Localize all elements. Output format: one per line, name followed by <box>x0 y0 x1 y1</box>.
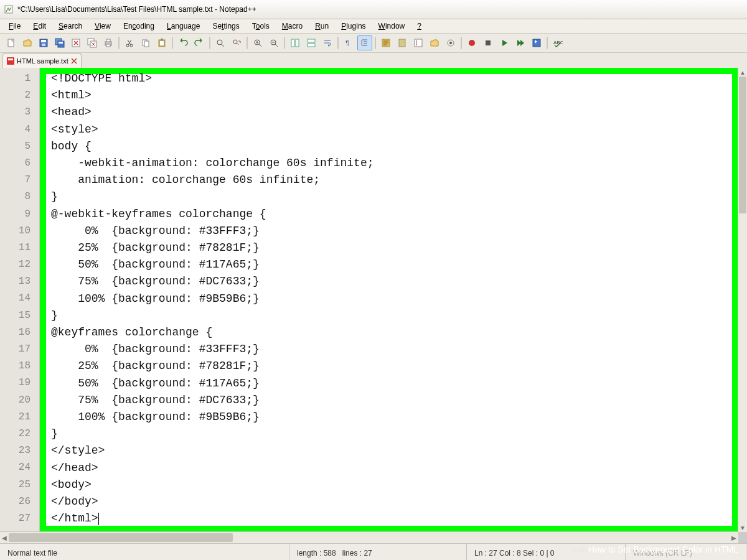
tab-label: HTML sample.txt <box>17 57 68 65</box>
menu-search[interactable]: Search <box>54 21 87 32</box>
svg-rect-40 <box>533 39 540 47</box>
sync-h-icon[interactable] <box>304 35 319 50</box>
folder-icon[interactable] <box>427 35 442 50</box>
wrap-icon[interactable] <box>320 35 335 50</box>
menu-edit[interactable]: Edit <box>28 21 51 32</box>
zoom-out-icon[interactable] <box>266 35 281 50</box>
close-all-icon[interactable] <box>85 35 100 50</box>
toolbar: ¶ ABC <box>0 34 747 53</box>
svg-point-21 <box>217 40 222 45</box>
menu-file[interactable]: File <box>4 21 26 32</box>
separator <box>118 37 120 49</box>
show-all-chars-icon[interactable]: ¶ <box>341 35 356 50</box>
svg-rect-43 <box>8 58 13 60</box>
menu-help[interactable]: ? <box>412 21 426 32</box>
close-icon[interactable] <box>68 35 83 50</box>
stop-icon[interactable] <box>481 35 496 50</box>
tabbar: HTML sample.txt <box>0 53 747 68</box>
find-icon[interactable] <box>213 35 228 50</box>
replace-icon[interactable] <box>229 35 244 50</box>
scroll-left-icon[interactable]: ◀ <box>0 532 9 543</box>
svg-rect-3 <box>41 40 46 42</box>
svg-rect-7 <box>59 42 63 44</box>
open-file-icon[interactable] <box>20 35 35 50</box>
tab-close-icon[interactable] <box>71 58 77 64</box>
separator <box>375 37 376 49</box>
svg-point-37 <box>449 42 452 44</box>
separator <box>461 37 462 49</box>
scroll-down-icon[interactable]: ▼ <box>738 523 747 532</box>
watermark: wikiHow to Set Background Color in HTML <box>571 544 738 554</box>
svg-rect-4 <box>42 44 45 46</box>
scroll-up-icon[interactable]: ▲ <box>738 68 747 77</box>
save-all-icon[interactable] <box>52 35 67 50</box>
svg-rect-42 <box>7 57 14 65</box>
new-file-icon[interactable] <box>4 35 19 50</box>
svg-rect-31 <box>399 39 405 47</box>
menu-window[interactable]: Window <box>374 21 410 32</box>
line-number-gutter: 1234567891011121314151617181920212223242… <box>0 68 40 532</box>
sync-v-icon[interactable] <box>288 35 303 50</box>
separator <box>284 37 285 49</box>
separator <box>547 37 548 49</box>
udl-icon[interactable] <box>378 35 393 50</box>
menu-encoding[interactable]: Encoding <box>118 21 159 32</box>
indent-guide-icon[interactable] <box>357 35 372 50</box>
spellcheck-icon[interactable]: ABC <box>550 35 565 50</box>
editor-area: 1234567891011121314151617181920212223242… <box>0 68 747 543</box>
svg-point-33 <box>416 40 417 42</box>
save-macro-icon[interactable] <box>529 35 544 50</box>
status-file-type: Normal text file <box>0 544 289 560</box>
svg-rect-19 <box>160 41 164 45</box>
vertical-scrollbar[interactable]: ▲ ▼ <box>738 68 747 532</box>
menu-tools[interactable]: Tools <box>247 21 275 32</box>
menu-macro[interactable]: Macro <box>277 21 308 32</box>
scroll-thumb[interactable] <box>739 77 746 213</box>
svg-text:¶: ¶ <box>345 39 349 47</box>
svg-rect-26 <box>296 39 299 47</box>
unsaved-icon <box>7 57 14 65</box>
undo-icon[interactable] <box>176 35 190 50</box>
svg-rect-28 <box>308 44 315 47</box>
menubar: File Edit Search View Encoding Language … <box>0 19 747 34</box>
menu-plugins[interactable]: Plugins <box>336 21 370 32</box>
copy-icon[interactable] <box>138 35 153 50</box>
titlebar: *C:\Users\Lisa\Documents\Lisa\Test Files… <box>0 0 747 19</box>
svg-point-38 <box>469 40 475 46</box>
status-length: length : 588 lines : 27 <box>289 544 467 560</box>
separator <box>247 37 248 49</box>
svg-rect-17 <box>144 41 149 47</box>
svg-rect-25 <box>291 39 294 47</box>
cut-icon[interactable] <box>122 35 137 50</box>
svg-rect-32 <box>415 39 422 47</box>
print-icon[interactable] <box>101 35 116 50</box>
play-multi-icon[interactable] <box>513 35 528 50</box>
separator <box>172 37 173 49</box>
window-title: *C:\Users\Lisa\Documents\Lisa\Test Files… <box>17 5 256 14</box>
tab-html-sample[interactable]: HTML sample.txt <box>2 54 82 68</box>
record-icon[interactable] <box>464 35 479 50</box>
horizontal-scrollbar[interactable]: ◀ ▶ <box>0 531 738 543</box>
separator <box>209 37 210 49</box>
svg-rect-20 <box>161 39 163 40</box>
menu-language[interactable]: Language <box>162 21 205 32</box>
scroll-right-icon[interactable]: ▶ <box>730 532 738 543</box>
paste-icon[interactable] <box>154 35 169 50</box>
svg-rect-39 <box>486 40 491 45</box>
zoom-in-icon[interactable] <box>250 35 265 50</box>
save-icon[interactable] <box>36 35 51 50</box>
monitor-icon[interactable] <box>443 35 458 50</box>
doc-map-icon[interactable] <box>395 35 410 50</box>
code-editor[interactable]: <!DOCTYPE html> <html> <head> <style> bo… <box>40 68 738 532</box>
svg-rect-12 <box>106 39 110 42</box>
play-icon[interactable] <box>497 35 512 50</box>
scroll-thumb-h[interactable] <box>9 533 233 542</box>
svg-point-34 <box>416 42 417 44</box>
menu-view[interactable]: View <box>90 21 116 32</box>
redo-icon[interactable] <box>192 35 207 50</box>
func-list-icon[interactable] <box>411 35 426 50</box>
menu-settings[interactable]: Settings <box>207 21 244 32</box>
separator <box>337 37 339 49</box>
menu-run[interactable]: Run <box>310 21 334 32</box>
app-icon <box>4 4 14 14</box>
